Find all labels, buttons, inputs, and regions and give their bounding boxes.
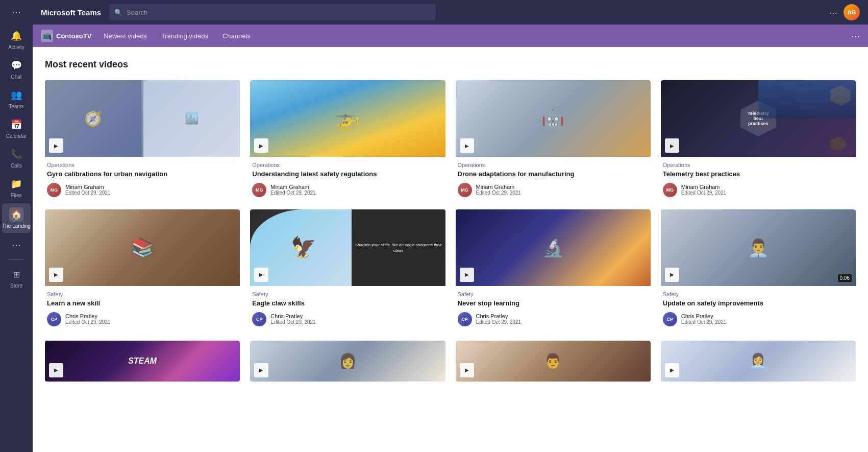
sidebar-item-activity[interactable]: 🔔 Activity [0,25,33,54]
search-input[interactable] [127,9,431,16]
play-button-p2[interactable]: ▶ [254,363,268,377]
video-card-p3[interactable]: 👨 ▶ [456,341,651,382]
author-avatar-5: CP [47,312,61,326]
subnav: 📺 ContosoTV Newest videos Trending video… [33,25,868,47]
video-card-3[interactable]: 🤖 ▶ Operations Drone adaptations for man… [456,80,651,199]
teams-icon: 👥 [9,88,23,102]
video-author-5: CP Chris Pratley Edited Oct 29, 2021 [47,312,238,326]
play-button-1[interactable]: ▶ [49,138,63,153]
sidebar-item-chat[interactable]: 💬 Chat [0,54,33,84]
video-info-2: Operations Understanding latest safety r… [250,157,445,199]
video-author-2: MG Miriam Graham Edited Oct 29, 2021 [252,183,443,197]
author-name-8: Chris Pratley [681,313,726,319]
author-name-7: Chris Pratley [476,313,521,319]
store-icon: ⊞ [9,267,23,281]
video-title-5: Learn a new skill [47,299,238,308]
sidebar-item-label: Store [10,283,22,289]
video-title-1: Gyro calibrations for urban navigation [47,170,238,179]
more-options-icon[interactable]: ··· [829,7,837,18]
author-date-5: Edited Oct 29, 2021 [65,319,110,325]
sidebar-item-teams[interactable]: 👥 Teams [0,84,33,113]
author-avatar-7: CP [458,312,472,326]
video-category-5: Safety [47,291,238,297]
video-card-2[interactable]: 🚁 ▶ Operations Understanding latest safe… [250,80,445,199]
sidebar-item-calls[interactable]: 📞 Calls [0,143,33,173]
author-avatar-8: CP [663,312,677,326]
play-button-8[interactable]: ▶ [665,268,679,282]
content-area: Most recent videos 🧭 🏙️ ▶ [33,47,868,452]
video-card-4[interactable]: Telemetrybestpractices ▶ Operations Tele… [661,80,856,199]
video-title-2: Understanding latest safety regulations [252,170,443,179]
video-author-4: MG Miriam Graham Edited Oct 29, 2021 [663,183,854,197]
video-title-3: Drone adaptations for manufacturing [458,170,649,179]
video-card-7[interactable]: 🔬 ▶ Safety Never stop learning CP Chris … [456,209,651,328]
subnav-channels[interactable]: Channels [216,29,257,43]
sidebar-item-label: Chat [11,74,21,80]
play-button-p4[interactable]: ▶ [665,363,679,377]
video-card-p4[interactable]: 👩‍💼 ▶ [661,341,856,382]
sidebar-item-calendar[interactable]: 📅 Calendar [0,113,33,143]
app-title: Microsoft Teams [41,8,101,17]
play-button-5[interactable]: ▶ [49,268,63,282]
play-button-2[interactable]: ▶ [254,138,268,153]
calls-icon: 📞 [9,147,23,161]
main-area: Microsoft Teams 🔍 ··· AG 📺 ContosoTV New… [33,0,868,452]
sidebar-item-label: Calls [11,163,22,169]
video-info-5: Safety Learn a new skill CP Chris Pratle… [45,286,240,328]
subnav-logo[interactable]: 📺 ContosoTV [41,30,91,42]
activity-icon: 🔔 [9,29,23,43]
video-thumbnail-3: 🤖 ▶ [456,80,651,157]
video-grid-partial: STEAM ▶ 👩 ▶ 👨 ▶ [45,341,856,382]
section-title: Most recent videos [45,59,856,70]
video-card-6[interactable]: 🦅 Sharpen your skills, like an eagle sha… [250,209,445,328]
video-info-8: Safety Update on safety improvements CP … [661,286,856,328]
video-card-1[interactable]: 🧭 🏙️ ▶ Operations Gyro calibrations for … [45,80,240,199]
author-name-2: Miriam Graham [270,184,315,190]
sidebar-item-store[interactable]: ⊞ Store [0,263,33,293]
app-grid-icon[interactable]: ⋯ [8,4,24,20]
sidebar-item-files[interactable]: 📁 Files [0,173,33,202]
video-card-p2[interactable]: 👩 ▶ [250,341,445,382]
video-title-6: Eagle claw skills [252,299,443,308]
author-name-1: Miriam Graham [65,184,110,190]
play-button-p1[interactable]: ▶ [49,363,63,377]
video-info-7: Safety Never stop learning CP Chris Prat… [456,286,651,328]
calendar-icon: 📅 [9,117,23,132]
video-thumbnail-1: 🧭 🏙️ ▶ [45,80,240,157]
subnav-trending-videos[interactable]: Trending videos [155,29,214,43]
author-name-3: Miriam Graham [476,184,521,190]
sidebar-item-landing[interactable]: 🏠 The Landing [2,203,31,233]
video-category-3: Operations [458,162,649,168]
video-thumbnail-7: 🔬 ▶ [456,209,651,286]
author-date-2: Edited Oct 29, 2021 [270,190,315,196]
play-button-3[interactable]: ▶ [460,138,474,153]
author-avatar-3: MG [458,183,472,197]
play-button-7[interactable]: ▶ [460,268,474,282]
video-thumbnail-p2: 👩 ▶ [250,341,445,382]
author-name-6: Chris Pratley [270,313,315,319]
topbar: Microsoft Teams 🔍 ··· AG [33,0,868,25]
author-info-8: Chris Pratley Edited Oct 29, 2021 [681,313,726,325]
play-button-6[interactable]: ▶ [254,268,268,282]
author-date-1: Edited Oct 29, 2021 [65,190,110,196]
author-info-3: Miriam Graham Edited Oct 29, 2021 [476,184,521,196]
search-bar[interactable]: 🔍 [109,4,436,20]
subnav-logo-label: ContosoTV [56,32,91,40]
video-card-5[interactable]: 📚 ▶ Safety Learn a new skill CP Chris Pr… [45,209,240,328]
video-thumbnail-8: 👨‍💼 ▶ 0:06 [661,209,856,286]
author-date-6: Edited Oct 29, 2021 [270,319,315,325]
video-author-1: MG Miriam Graham Edited Oct 29, 2021 [47,183,238,197]
video-title-7: Never stop learning [458,299,649,308]
author-info-5: Chris Pratley Edited Oct 29, 2021 [65,313,110,325]
play-button-4[interactable]: ▶ [665,138,679,153]
sidebar-item-more[interactable]: ··· [0,234,33,256]
contoso-tv-icon: 📺 [41,30,53,42]
subnav-more-icon[interactable]: ··· [851,30,860,42]
author-date-3: Edited Oct 29, 2021 [476,190,521,196]
play-button-p3[interactable]: ▶ [460,363,474,377]
video-card-p1[interactable]: STEAM ▶ [45,341,240,382]
video-card-8[interactable]: 👨‍💼 ▶ 0:06 Safety Update on safety impro… [661,209,856,328]
avatar[interactable]: AG [844,4,860,20]
video-title-4: Telemetry best practices [663,170,854,179]
subnav-newest-videos[interactable]: Newest videos [97,29,153,43]
